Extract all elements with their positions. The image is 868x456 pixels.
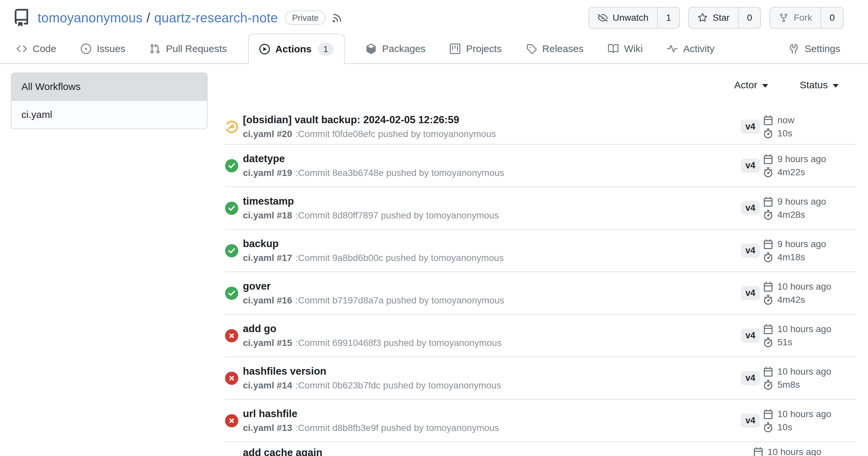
repo-icon (12, 9, 30, 27)
star-button[interactable]: Star 0 (688, 7, 761, 29)
run-workflow-ref[interactable]: ci.yaml #20 (243, 129, 292, 139)
stopwatch-icon (763, 422, 773, 432)
run-title-link[interactable]: url hashfile (243, 408, 499, 420)
workflow-run-row[interactable]: gover ci.yaml #16:Commit b7197d8a7a push… (225, 272, 856, 315)
tab-code[interactable]: Code (13, 34, 60, 63)
fork-icon (779, 13, 788, 23)
actor-filter-label: Actor (734, 79, 757, 91)
run-filters: Actor Status (225, 78, 856, 92)
star-count[interactable]: 0 (738, 8, 761, 28)
workflow-run-row[interactable]: hashfiles version ci.yaml #14:Commit 0b6… (225, 357, 856, 400)
visibility-badge: Private (285, 10, 326, 25)
tab-packages[interactable]: Packages (363, 34, 429, 63)
book-icon (608, 43, 619, 54)
repo-separator: / (147, 10, 150, 25)
tab-issues[interactable]: Issues (78, 34, 129, 63)
tab-wiki[interactable]: Wiki (605, 34, 646, 63)
actions-count-badge: 1 (318, 43, 334, 56)
run-title-link[interactable]: backup (243, 238, 503, 250)
tab-projects[interactable]: Projects (446, 34, 505, 63)
status-filter-label: Status (800, 79, 828, 91)
issue-opened-icon (81, 43, 91, 54)
wrench-icon (788, 43, 799, 54)
repo-name-link[interactable]: quartz-research-note (154, 10, 278, 25)
run-duration: 4m18s (777, 252, 805, 263)
run-workflow-ref[interactable]: ci.yaml #17 (243, 253, 292, 263)
run-workflow-ref[interactable]: ci.yaml #18 (243, 210, 292, 220)
status-filter-dropdown[interactable]: Status (800, 79, 839, 91)
workflow-run-list: [obsidian] vault backup: 2024-02-05 12:2… (225, 109, 856, 456)
run-title-link[interactable]: timestamp (243, 195, 499, 207)
run-commit-desc: :Commit 69910468f3 pushed by tomoyanonym… (295, 338, 501, 348)
run-subtitle: ci.yaml #16:Commit b7197d8a7a pushed by … (243, 295, 504, 306)
fork-count[interactable]: 0 (820, 8, 843, 28)
header-actions: Unwatch 1 Star 0 Fork 0 (589, 7, 844, 29)
run-workflow-ref[interactable]: ci.yaml #15 (243, 338, 292, 348)
workflow-run-row[interactable]: add cache again 10 hours ago (225, 442, 856, 456)
unwatch-button[interactable]: Unwatch 1 (589, 7, 680, 29)
tab-actions-label: Actions (276, 43, 312, 55)
tab-activity[interactable]: Activity (664, 34, 718, 63)
run-commit-desc: :Commit d8b8fb3e9f pushed by tomoyanonym… (295, 423, 499, 433)
tab-pull-requests-label: Pull Requests (166, 43, 227, 54)
all-workflows-label: All Workflows (22, 81, 81, 92)
sidebar-item-ci-yaml[interactable]: ci.yaml (11, 101, 207, 129)
run-duration: 10s (777, 128, 792, 139)
actor-filter-dropdown[interactable]: Actor (734, 79, 768, 91)
success-status-icon (225, 202, 238, 215)
workflow-run-row[interactable]: add go ci.yaml #15:Commit 69910468f3 pus… (225, 315, 856, 357)
run-title-link[interactable]: datetype (243, 153, 504, 165)
workflow-run-row[interactable]: backup ci.yaml #17:Commit 9a8bd6b00c pus… (225, 230, 856, 272)
run-workflow-ref[interactable]: ci.yaml #14 (243, 380, 292, 390)
project-icon (450, 43, 460, 54)
run-title-link[interactable]: gover (243, 281, 504, 292)
run-workflow-ref[interactable]: ci.yaml #19 (243, 168, 292, 178)
run-title-link[interactable]: [obsidian] vault backup: 2024-02-05 12:2… (243, 114, 496, 126)
in-progress-status-icon (225, 120, 238, 133)
tab-packages-label: Packages (382, 43, 426, 54)
rss-feed-icon[interactable] (332, 12, 343, 23)
run-subtitle: ci.yaml #18:Commit 8d80ff7897 pushed by … (243, 210, 499, 221)
run-time: 10 hours ago (777, 281, 831, 292)
run-duration: 4m28s (777, 209, 805, 220)
calendar-icon (763, 282, 773, 292)
workflow-name-label: ci.yaml (22, 109, 52, 120)
star-label: Star (712, 12, 729, 23)
tab-actions[interactable]: Actions1 (248, 34, 345, 64)
run-title-link[interactable]: hashfiles version (243, 365, 501, 377)
star-icon (698, 13, 708, 23)
version-badge: v4 (741, 328, 760, 343)
run-commit-desc: :Commit 0b623b7fdc pushed by tomoyanonym… (295, 380, 501, 390)
run-commit-desc: :Commit 8d80ff7897 pushed by tomoyanonym… (295, 210, 499, 220)
tab-issues-label: Issues (97, 43, 126, 54)
workflow-run-row[interactable]: url hashfile ci.yaml #13:Commit d8b8fb3e… (225, 400, 856, 442)
workflow-run-row[interactable]: [obsidian] vault backup: 2024-02-05 12:2… (225, 109, 856, 144)
workflow-run-row[interactable]: datetype ci.yaml #19:Commit 8ea3b6748e p… (225, 144, 856, 187)
calendar-icon (763, 367, 773, 377)
run-subtitle: ci.yaml #17:Commit 9a8bd6b00c pushed by … (243, 253, 503, 263)
failure-status-icon (225, 372, 238, 385)
tab-projects-label: Projects (466, 43, 501, 54)
calendar-icon (763, 324, 773, 334)
tab-activity-label: Activity (683, 43, 714, 54)
tab-settings[interactable]: Settings (785, 34, 844, 63)
version-badge: v4 (741, 286, 760, 300)
calendar-icon (763, 409, 773, 419)
watch-count[interactable]: 1 (657, 8, 680, 28)
fork-label: Fork (794, 12, 812, 23)
repo-owner-link[interactable]: tomoyanonymous (37, 10, 143, 25)
run-title-link[interactable]: add go (243, 323, 501, 335)
failure-status-icon (225, 414, 238, 427)
run-workflow-ref[interactable]: ci.yaml #16 (243, 295, 292, 305)
workflow-run-row[interactable]: timestamp ci.yaml #18:Commit 8d80ff7897 … (225, 187, 856, 230)
run-workflow-ref[interactable]: ci.yaml #13 (243, 423, 292, 433)
run-title-link[interactable]: add cache again (243, 447, 322, 456)
tab-releases[interactable]: Releases (523, 34, 587, 63)
workflows-sidebar: All Workflows ci.yaml (11, 72, 208, 129)
play-icon (259, 44, 270, 54)
stopwatch-icon (763, 252, 773, 262)
tab-pull-requests[interactable]: Pull Requests (146, 34, 230, 63)
run-time: 9 hours ago (777, 239, 826, 250)
fork-button[interactable]: Fork 0 (770, 7, 844, 29)
sidebar-item-all-workflows[interactable]: All Workflows (11, 73, 207, 101)
